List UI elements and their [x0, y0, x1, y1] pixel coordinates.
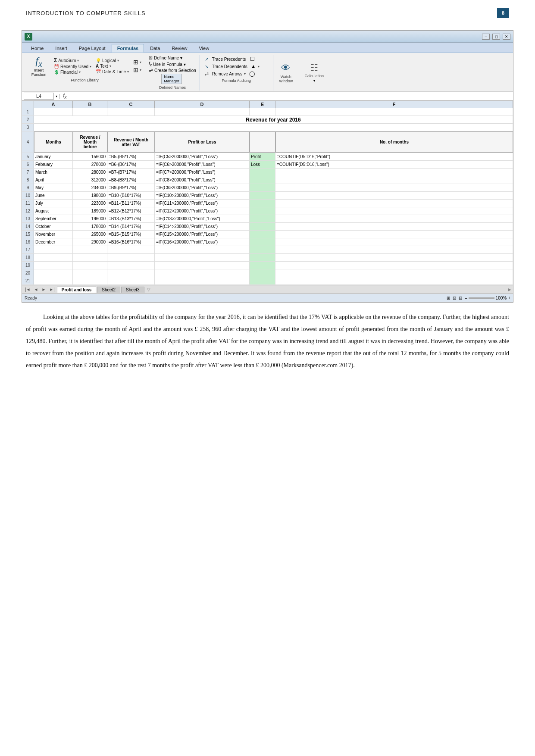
tab-page-layout[interactable]: Page Layout — [73, 44, 111, 53]
cell-6c[interactable]: =B6-(B6*17%) — [107, 161, 155, 168]
cell-21b[interactable] — [73, 277, 107, 284]
create-selection-item[interactable]: ☍ Create from Selection — [149, 68, 196, 73]
cell-19c[interactable] — [107, 262, 155, 269]
cell-18e[interactable] — [250, 254, 275, 261]
cell-1e[interactable] — [250, 108, 275, 116]
cell-14e[interactable] — [250, 223, 275, 230]
close-button[interactable]: ✕ — [503, 34, 510, 40]
cell-16a[interactable]: December — [34, 238, 73, 246]
cell-11c[interactable]: =B11-(B11*17%) — [107, 200, 155, 207]
tab-review[interactable]: Review — [166, 44, 193, 53]
header-e[interactable] — [250, 131, 275, 153]
zoom-in-btn[interactable]: + — [508, 296, 510, 300]
cell-11d[interactable]: =IF(C11>200000,"Profit","Loss") — [155, 200, 250, 207]
cell-11f[interactable] — [275, 200, 513, 207]
cell-1b[interactable] — [73, 108, 107, 116]
remove-arrows-item[interactable]: ⇄ Remove Arrows ▾ ◯ — [203, 70, 269, 77]
cell-10e[interactable] — [250, 192, 275, 199]
sheet-nav-next[interactable]: ► — [40, 287, 47, 292]
recently-used-dropdown[interactable]: ⏰ Recently Used ▾ — [54, 64, 91, 69]
cell-14c[interactable]: =B14-(B14*17%) — [107, 223, 155, 230]
cell-15f[interactable] — [275, 231, 513, 238]
cell-17f[interactable] — [275, 246, 513, 253]
cell-12c[interactable]: =B12-(B12*17%) — [107, 207, 155, 215]
cell-14f[interactable] — [275, 223, 513, 230]
cell-18b[interactable] — [73, 254, 107, 261]
insert-function-button[interactable]: fx InsertFunction — [28, 56, 50, 77]
cell-8f[interactable] — [275, 176, 513, 184]
cell-16d[interactable]: =IF(C16>200000,"Profit","Loss") — [155, 238, 250, 246]
cell-20b[interactable] — [73, 269, 107, 277]
cell-13c[interactable]: =B13-(B13*17%) — [107, 215, 155, 222]
cell-5c[interactable]: =B5-(B5*17%) — [107, 153, 155, 160]
zoom-slider[interactable] — [469, 297, 494, 299]
name-box[interactable] — [24, 93, 54, 100]
cell-5e[interactable]: Profit — [250, 153, 275, 160]
cell-11e[interactable] — [250, 200, 275, 207]
cell-11b[interactable]: 223000 — [73, 200, 107, 207]
header-revenue-month[interactable]: Revenue /Monthbefore — [73, 131, 107, 153]
cell-15c[interactable]: =B15-(B15*17%) — [107, 231, 155, 238]
cell-10c[interactable]: =B10-(B10*17%) — [107, 192, 155, 199]
cell-16e[interactable] — [250, 238, 275, 246]
sheet-nav-last[interactable]: ►| — [48, 287, 56, 292]
cell-20d[interactable] — [155, 269, 250, 277]
cell-20f[interactable] — [275, 269, 513, 277]
cell-7a[interactable]: March — [34, 169, 73, 176]
cell-9f[interactable] — [275, 184, 513, 191]
cell-1a[interactable] — [34, 108, 73, 116]
cell-20a[interactable] — [34, 269, 73, 277]
autosum-dropdown[interactable]: Σ AutoSum ▾ — [54, 57, 91, 63]
title-bar-controls[interactable]: – ◻ ✕ — [482, 34, 510, 40]
cell-18c[interactable] — [107, 254, 155, 261]
cell-12a[interactable]: August — [34, 207, 73, 215]
cell-15e[interactable] — [250, 231, 275, 238]
tab-insert[interactable]: Insert — [50, 44, 73, 53]
cell-6e[interactable]: Loss — [250, 161, 275, 168]
cell-9c[interactable]: =B9-(B9*17%) — [107, 184, 155, 191]
tab-view[interactable]: View — [193, 44, 215, 53]
cell-13f[interactable] — [275, 215, 513, 222]
sheet-nav-prev[interactable]: ◄ — [33, 287, 40, 292]
cell-7c[interactable]: =B7-(B7*17%) — [107, 169, 155, 176]
more1-dropdown[interactable]: ⊞ ▾ — [133, 59, 141, 66]
trace-precedents-item[interactable]: ↗ Trace Precedents ☐ — [203, 56, 269, 62]
cell-21c[interactable] — [107, 277, 155, 284]
cell-21d[interactable] — [155, 277, 250, 284]
cell-15a[interactable]: November — [34, 231, 73, 238]
cell-11a[interactable]: July — [34, 200, 73, 207]
cell-3a[interactable] — [34, 124, 513, 131]
cell-10f[interactable] — [275, 192, 513, 199]
cell-21e[interactable] — [250, 277, 275, 284]
cell-13b[interactable]: 196000 — [73, 215, 107, 222]
cell-6d[interactable]: =IF(C6>200000,"Profit","Loss") — [155, 161, 250, 168]
cell-8a[interactable]: April — [34, 176, 73, 184]
sheet-tab-sheet2[interactable]: Sheet2 — [97, 287, 120, 293]
cell-8d[interactable]: =IF(C8>200000,"Profit","Loss") — [155, 176, 250, 184]
cell-18d[interactable] — [155, 254, 250, 261]
name-manager-btn[interactable]: NameManager — [149, 74, 194, 84]
cell-1f[interactable] — [275, 108, 513, 116]
name-manager-label[interactable]: NameManager — [161, 74, 182, 84]
cell-20c[interactable] — [107, 269, 155, 277]
cell-10d[interactable]: =IF(C10>200000,"Profit","Loss") — [155, 192, 250, 199]
cell-19b[interactable] — [73, 262, 107, 269]
cell-19e[interactable] — [250, 262, 275, 269]
cell-12f[interactable] — [275, 207, 513, 215]
header-revenue-vat[interactable]: Revenue / Monthafter VAT — [107, 131, 155, 153]
sheet-tab-sheet3[interactable]: Sheet3 — [121, 287, 144, 293]
header-no-months[interactable]: No. of months — [275, 131, 513, 153]
cell-8c[interactable]: =B8-(B8*17%) — [107, 176, 155, 184]
cell-13e[interactable] — [250, 215, 275, 222]
cell-16b[interactable]: 290000 — [73, 238, 107, 246]
cell-6a[interactable]: February — [34, 161, 73, 168]
formula-bar-dropdown[interactable]: ▾ — [56, 94, 57, 98]
cell-12b[interactable]: 189000 — [73, 207, 107, 215]
cell-6f[interactable]: =COUNTIF(D5:D16,"Loss") — [275, 161, 513, 168]
cell-7e[interactable] — [250, 169, 275, 176]
header-months[interactable]: Months — [34, 131, 73, 153]
cell-20e[interactable] — [250, 269, 275, 277]
cell-17c[interactable] — [107, 246, 155, 253]
define-name-item[interactable]: ☒ Define Name ▾ — [149, 56, 196, 60]
scroll-bar-h[interactable]: ▶ — [508, 287, 511, 292]
